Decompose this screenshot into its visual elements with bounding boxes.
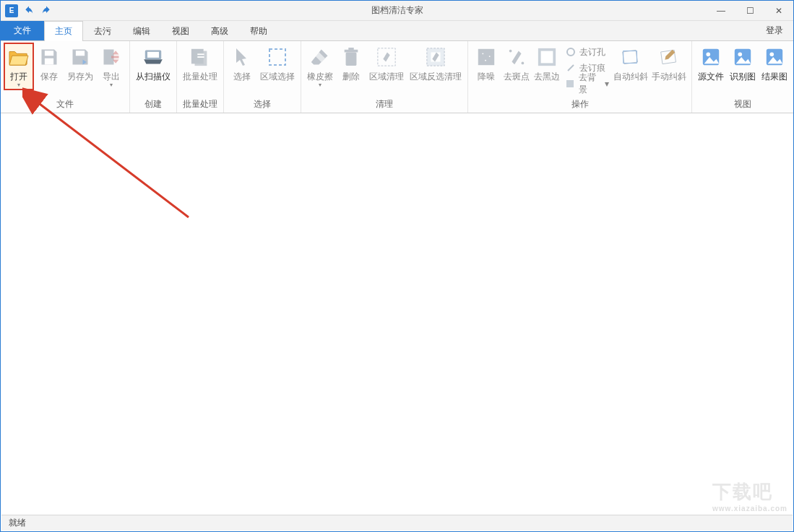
group-batch-label: 批量处理 — [180, 96, 220, 113]
regionselect-label: 区域选择 — [260, 71, 295, 82]
batch-label: 批量处理 — [183, 71, 217, 82]
trash-icon — [340, 45, 363, 69]
svg-point-20 — [485, 60, 486, 61]
eraser-icon — [308, 45, 332, 69]
ribbon-tabs: 文件 主页 去污 编辑 视图 高级 帮助 登录 — [1, 21, 793, 41]
document-area — [1, 114, 793, 514]
group-file: 打开 ▾ 保存 另存为 导出 ▾ — [1, 41, 130, 113]
group-clean-label: 清理 — [304, 96, 465, 113]
maximize-button[interactable]: ☐ — [735, 1, 764, 20]
save-icon — [38, 45, 61, 69]
manualdeskew-label: 手动纠斜 — [652, 71, 686, 82]
saveas-button[interactable]: 另存为 — [64, 43, 96, 82]
svg-point-18 — [482, 53, 483, 54]
group-batch: 批量处理 批量处理 — [177, 41, 224, 113]
manualdeskew-button[interactable]: 手动纠斜 — [650, 43, 689, 82]
fromscanner-label: 从扫描仪 — [136, 71, 171, 82]
regionselect-button[interactable]: 区域选择 — [257, 43, 298, 82]
svg-point-19 — [489, 56, 491, 57]
region-select-icon — [266, 45, 289, 69]
login-link[interactable]: 登录 — [756, 21, 793, 40]
depunch-label: 去订孔 — [579, 46, 605, 58]
regionclean-button[interactable]: 区域清理 — [366, 43, 407, 82]
tab-advanced[interactable]: 高级 — [200, 21, 239, 40]
group-view-label: 视图 — [695, 96, 790, 113]
group-select: 选择 区域选择 选择 — [224, 41, 301, 113]
denoise-button[interactable]: 降噪 — [471, 43, 501, 82]
batch-icon — [189, 45, 212, 69]
resultimg-button[interactable]: 结果图 — [759, 43, 790, 82]
saveas-icon — [69, 45, 92, 69]
ribbon: 打开 ▾ 保存 另存为 导出 ▾ — [1, 41, 793, 113]
export-button[interactable]: 导出 ▾ — [96, 43, 126, 89]
group-select-label: 选择 — [227, 96, 298, 113]
autodeskew-icon — [619, 45, 642, 69]
despeckle-button[interactable]: 去斑点 — [501, 43, 532, 82]
open-button[interactable]: 打开 ▾ — [4, 43, 34, 90]
batch-button[interactable]: 批量处理 — [180, 43, 220, 82]
srcimg-label: 源文件 — [698, 71, 724, 82]
minimize-button[interactable]: — — [707, 1, 735, 20]
tab-home[interactable]: 主页 — [44, 21, 83, 41]
regionclean-label: 区域清理 — [369, 71, 404, 82]
debg-label: 去背景 — [579, 71, 603, 96]
title-bar: E 图档清洁专家 — ☐ ✕ — [1, 1, 793, 21]
svg-rect-5 — [147, 52, 159, 58]
delete-button[interactable]: 删除 — [336, 43, 366, 82]
tab-file[interactable]: 文件 — [1, 21, 44, 40]
resultimg-label: 结果图 — [761, 71, 787, 82]
recogimg-button[interactable]: 识别图 — [727, 43, 759, 82]
recogimg-label: 识别图 — [730, 71, 756, 82]
regioninvclean-label: 区域反选清理 — [410, 71, 462, 82]
svg-rect-11 — [346, 53, 357, 66]
svg-rect-26 — [566, 80, 574, 87]
image-icon — [699, 45, 722, 69]
autodeskew-button[interactable]: 自动纠斜 — [612, 43, 650, 82]
status-text: 就绪 — [9, 517, 26, 529]
image-icon — [731, 45, 754, 69]
destaple-icon — [565, 62, 577, 74]
svg-rect-1 — [45, 58, 53, 65]
tab-destain[interactable]: 去污 — [83, 21, 122, 40]
scanner-icon — [142, 45, 165, 69]
srcimg-button[interactable]: 源文件 — [695, 43, 727, 82]
group-create-label: 创建 — [133, 96, 173, 113]
tab-edit[interactable]: 编辑 — [122, 21, 161, 40]
deborder-label: 去黑边 — [534, 71, 560, 82]
save-label: 保存 — [40, 71, 58, 82]
window-title: 图档清洁专家 — [1, 4, 793, 17]
open-label: 打开 — [10, 71, 27, 82]
depunch-button[interactable]: 去订孔 — [562, 44, 612, 60]
eraser-button[interactable]: 橡皮擦 ▾ — [304, 43, 336, 89]
group-file-label: 文件 — [4, 96, 126, 113]
select-button[interactable]: 选择 — [227, 43, 257, 82]
svg-rect-24 — [541, 51, 553, 64]
svg-rect-2 — [76, 51, 85, 56]
group-clean: 橡皮擦 ▾ 删除 区域清理 区域反选清理 清理 — [301, 41, 468, 113]
close-button[interactable]: ✕ — [764, 1, 793, 20]
dropdown-caret-icon: ▾ — [605, 79, 609, 89]
eraser-label: 橡皮擦 — [307, 71, 333, 82]
svg-point-31 — [706, 52, 710, 56]
debg-button[interactable]: 去背景 ▾ — [562, 76, 612, 92]
svg-point-35 — [769, 52, 774, 56]
dropdown-caret-icon: ▾ — [17, 82, 20, 89]
tab-help[interactable]: 帮助 — [239, 21, 278, 40]
group-operate: 降噪 去斑点 去黑边 去订孔 — [468, 41, 692, 113]
undo-button[interactable] — [22, 4, 35, 17]
despeckle-label: 去斑点 — [504, 71, 530, 82]
svg-rect-27 — [623, 50, 638, 64]
export-label: 导出 — [103, 71, 120, 82]
fromscanner-button[interactable]: 从扫描仪 — [133, 43, 173, 82]
deborder-button[interactable]: 去黑边 — [532, 43, 562, 82]
tab-view[interactable]: 视图 — [161, 21, 200, 40]
app-icon: E — [5, 4, 18, 17]
denoise-label: 降噪 — [478, 71, 495, 82]
regioninvclean-button[interactable]: 区域反选清理 — [407, 43, 465, 82]
region-clean-icon — [375, 45, 398, 69]
svg-point-21 — [509, 50, 512, 53]
svg-point-22 — [522, 62, 525, 65]
save-button[interactable]: 保存 — [34, 43, 64, 82]
redo-button[interactable] — [40, 4, 53, 17]
svg-rect-9 — [197, 56, 204, 58]
